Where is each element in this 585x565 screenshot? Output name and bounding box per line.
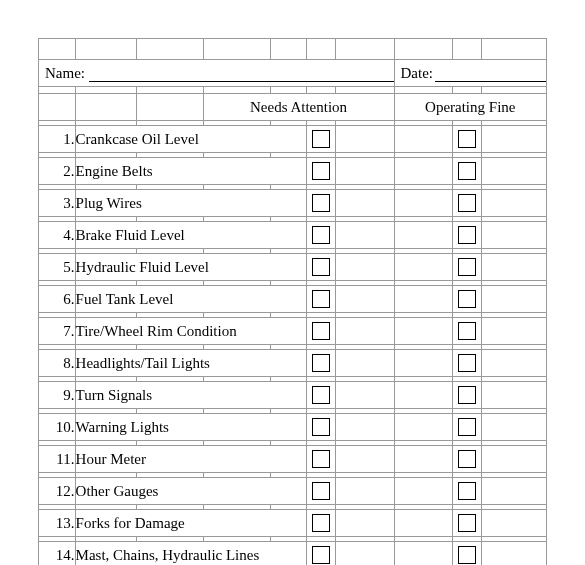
operating-fine-checkbox[interactable]: [453, 510, 481, 537]
end-cell: [481, 318, 546, 345]
needs-attention-checkbox[interactable]: [307, 222, 335, 249]
gap-cell: [335, 254, 394, 281]
checkbox-icon: [312, 514, 330, 532]
checkbox-icon: [458, 194, 476, 212]
needs-attention-checkbox[interactable]: [307, 542, 335, 566]
operating-fine-checkbox[interactable]: [453, 254, 481, 281]
item-number: 8.: [39, 350, 76, 377]
item-row: 14.Mast, Chains, Hydraulic Lines: [39, 542, 547, 566]
operating-fine-checkbox[interactable]: [453, 222, 481, 249]
operating-fine-checkbox[interactable]: [453, 446, 481, 473]
checkbox-icon: [312, 418, 330, 436]
checkbox-icon: [312, 258, 330, 276]
checkbox-icon: [312, 450, 330, 468]
column-headers-row: Needs Attention Operating Fine: [39, 94, 547, 121]
item-row: 12.Other Gauges: [39, 478, 547, 505]
item-number: 2.: [39, 158, 76, 185]
end-cell: [481, 446, 546, 473]
date-field[interactable]: Date:: [394, 60, 546, 87]
needs-attention-checkbox[interactable]: [307, 254, 335, 281]
name-field[interactable]: Name:: [39, 60, 395, 87]
inspection-table: Name: Date: Needs Attention Operating Fi…: [38, 38, 547, 565]
item-label: Forks for Damage: [75, 510, 307, 537]
gap-cell: [335, 318, 394, 345]
gap-cell: [335, 350, 394, 377]
item-row: 11.Hour Meter: [39, 446, 547, 473]
operating-fine-checkbox[interactable]: [453, 286, 481, 313]
needs-attention-checkbox[interactable]: [307, 382, 335, 409]
gap-cell: [335, 190, 394, 217]
gap-cell: [394, 510, 453, 537]
item-number: 1.: [39, 126, 76, 153]
needs-attention-checkbox[interactable]: [307, 414, 335, 441]
checkbox-icon: [312, 354, 330, 372]
operating-fine-checkbox[interactable]: [453, 382, 481, 409]
needs-attention-checkbox[interactable]: [307, 318, 335, 345]
item-label: Fuel Tank Level: [75, 286, 307, 313]
item-row: 9.Turn Signals: [39, 382, 547, 409]
operating-fine-checkbox[interactable]: [453, 318, 481, 345]
item-row: 10.Warning Lights: [39, 414, 547, 441]
gap-cell: [335, 446, 394, 473]
item-number: 11.: [39, 446, 76, 473]
gap-cell: [394, 126, 453, 153]
operating-fine-checkbox[interactable]: [453, 190, 481, 217]
checkbox-icon: [312, 322, 330, 340]
gap-cell: [394, 318, 453, 345]
gap-cell: [394, 222, 453, 249]
item-row: 3.Plug Wires: [39, 190, 547, 217]
needs-attention-checkbox[interactable]: [307, 126, 335, 153]
checkbox-icon: [312, 226, 330, 244]
checkbox-icon: [312, 162, 330, 180]
operating-fine-checkbox[interactable]: [453, 478, 481, 505]
name-underline: [89, 81, 394, 82]
checkbox-icon: [458, 354, 476, 372]
end-cell: [481, 158, 546, 185]
gap-cell: [335, 414, 394, 441]
gap-cell: [394, 254, 453, 281]
needs-attention-checkbox[interactable]: [307, 350, 335, 377]
end-cell: [481, 190, 546, 217]
needs-attention-checkbox[interactable]: [307, 190, 335, 217]
item-number: 3.: [39, 190, 76, 217]
needs-attention-checkbox[interactable]: [307, 158, 335, 185]
operating-fine-checkbox[interactable]: [453, 414, 481, 441]
item-number: 14.: [39, 542, 76, 566]
item-label: Mast, Chains, Hydraulic Lines: [75, 542, 307, 566]
item-number: 10.: [39, 414, 76, 441]
item-label: Warning Lights: [75, 414, 307, 441]
gap-cell: [335, 286, 394, 313]
name-label: Name:: [39, 65, 85, 82]
header-needs-attention: Needs Attention: [203, 94, 394, 121]
needs-attention-checkbox[interactable]: [307, 446, 335, 473]
operating-fine-checkbox[interactable]: [453, 126, 481, 153]
checkbox-icon: [458, 418, 476, 436]
checkbox-icon: [458, 450, 476, 468]
item-label: Plug Wires: [75, 190, 307, 217]
checkbox-icon: [458, 482, 476, 500]
gap-cell: [335, 478, 394, 505]
gap-cell: [335, 126, 394, 153]
gap-cell: [394, 382, 453, 409]
needs-attention-checkbox[interactable]: [307, 478, 335, 505]
gap-cell: [394, 158, 453, 185]
checkbox-icon: [458, 290, 476, 308]
item-label: Crankcase Oil Level: [75, 126, 307, 153]
end-cell: [481, 286, 546, 313]
checkbox-icon: [458, 130, 476, 148]
item-row: 4.Brake Fluid Level: [39, 222, 547, 249]
checkbox-icon: [458, 386, 476, 404]
checkbox-icon: [458, 162, 476, 180]
checkbox-icon: [458, 514, 476, 532]
gap-cell: [335, 542, 394, 566]
end-cell: [481, 350, 546, 377]
operating-fine-checkbox[interactable]: [453, 158, 481, 185]
needs-attention-checkbox[interactable]: [307, 510, 335, 537]
checkbox-icon: [312, 290, 330, 308]
operating-fine-checkbox[interactable]: [453, 350, 481, 377]
checkbox-icon: [458, 546, 476, 564]
needs-attention-checkbox[interactable]: [307, 286, 335, 313]
item-row: 7.Tire/Wheel Rim Condition: [39, 318, 547, 345]
gap-cell: [335, 382, 394, 409]
operating-fine-checkbox[interactable]: [453, 542, 481, 566]
